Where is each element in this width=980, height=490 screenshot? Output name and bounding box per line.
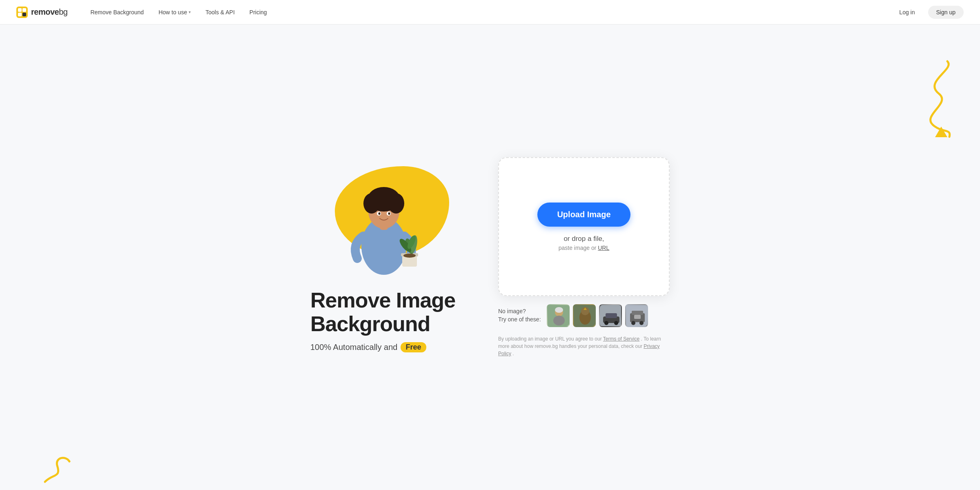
navbar: removebg Remove Background How to use ▾ …	[0, 0, 980, 24]
try-label: No image? Try one of these:	[498, 307, 541, 323]
svg-rect-2	[22, 8, 26, 12]
upload-section: Upload Image or drop a file, paste image…	[498, 157, 670, 357]
svg-marker-5	[935, 127, 947, 137]
person-illustration	[339, 169, 429, 276]
svg-rect-3	[18, 13, 22, 16]
hero-headline: Remove Image Background	[310, 289, 455, 335]
upload-dropzone[interactable]: Upload Image or drop a file, paste image…	[498, 157, 670, 296]
svg-point-16	[388, 212, 390, 215]
decoration-triangle	[935, 127, 947, 139]
decoration-squiggle-top-right	[915, 57, 956, 139]
hero-image	[310, 162, 466, 276]
nav-remove-background[interactable]: Remove Background	[84, 6, 150, 19]
sample-thumb-1[interactable]	[547, 304, 570, 327]
nav-actions: Log in Sign up	[891, 6, 964, 19]
url-link[interactable]: URL	[598, 245, 609, 251]
drop-text: or drop a file,	[564, 235, 604, 243]
signup-button[interactable]: Sign up	[928, 6, 964, 19]
decoration-squiggle-bottom-left	[41, 453, 74, 486]
svg-point-12	[370, 188, 398, 205]
legal-text: By uploading an image or URL you agree t…	[498, 335, 670, 357]
svg-point-27	[555, 307, 563, 313]
sample-images	[547, 304, 648, 327]
svg-rect-39	[632, 311, 643, 315]
logo-link[interactable]: removebg	[16, 7, 67, 18]
svg-rect-34	[606, 313, 617, 318]
upload-image-button[interactable]: Upload Image	[537, 203, 630, 227]
sample-thumb-2[interactable]	[573, 304, 596, 327]
svg-point-41	[639, 321, 644, 325]
logo-icon	[16, 7, 28, 18]
hero-section: Remove Image Background 100% Automatical…	[310, 162, 466, 352]
nav-how-to-use[interactable]: How to use ▾	[152, 6, 197, 19]
try-samples-section: No image? Try one of these:	[498, 304, 670, 327]
svg-rect-4	[22, 13, 26, 16]
svg-point-15	[379, 212, 381, 215]
svg-point-35	[604, 321, 608, 325]
paste-text: paste image or URL	[559, 245, 610, 251]
svg-rect-42	[634, 315, 641, 319]
svg-point-36	[614, 321, 618, 325]
terms-link[interactable]: Terms of Service	[603, 336, 639, 342]
main-content: Remove Image Background 100% Automatical…	[0, 24, 980, 490]
nav-tools-api[interactable]: Tools & API	[199, 6, 241, 19]
login-button[interactable]: Log in	[891, 6, 923, 19]
nav-links: Remove Background How to use ▾ Tools & A…	[84, 6, 891, 19]
nav-pricing[interactable]: Pricing	[243, 6, 274, 19]
svg-point-26	[553, 316, 565, 325]
sample-thumb-4[interactable]	[625, 304, 648, 327]
logo-text: removebg	[31, 7, 67, 17]
sample-thumb-3[interactable]	[599, 304, 622, 327]
svg-rect-1	[18, 8, 22, 12]
hero-subline: 100% Automatically and Free	[310, 342, 426, 352]
free-badge: Free	[401, 342, 426, 352]
svg-rect-0	[16, 7, 28, 18]
svg-point-40	[631, 321, 635, 325]
svg-point-23	[403, 254, 416, 258]
chevron-down-icon: ▾	[189, 10, 191, 14]
